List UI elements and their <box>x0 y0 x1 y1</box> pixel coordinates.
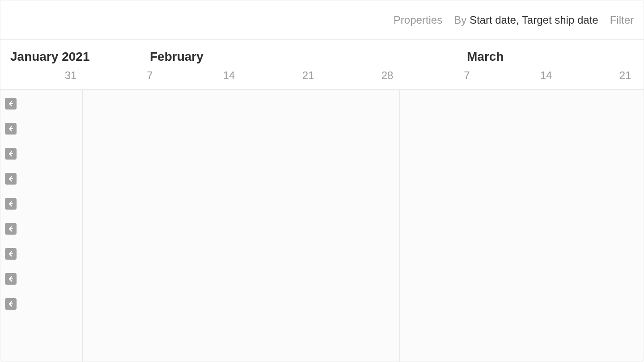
timeline-header: January 2021FebruaryMarch 31714212871421 <box>0 40 644 90</box>
day-label: 31 <box>65 69 77 82</box>
month-label: February <box>150 50 203 64</box>
by-date-button[interactable]: By Start date, Target ship date <box>454 14 598 26</box>
arrow-left-icon <box>8 201 14 207</box>
timeline-body[interactable] <box>0 90 644 362</box>
filter-button[interactable]: Filter <box>610 14 634 26</box>
arrow-left-icon <box>8 276 14 282</box>
day-label: 28 <box>381 69 394 82</box>
by-value: Start date, Target ship date <box>470 14 598 26</box>
month-label: January 2021 <box>10 50 89 64</box>
toolbar: Properties By Start date, Target ship da… <box>0 0 644 40</box>
properties-label: Properties <box>394 14 442 26</box>
arrow-left-icon <box>8 101 14 107</box>
arrow-left-icon <box>8 251 14 257</box>
arrow-left-icon <box>8 176 14 182</box>
month-label: March <box>467 50 504 64</box>
arrow-left-icon <box>8 226 14 232</box>
day-label: 21 <box>302 69 314 82</box>
properties-button[interactable]: Properties <box>394 14 442 26</box>
scroll-left-button[interactable] <box>5 123 17 135</box>
arrow-left-icon <box>8 126 14 132</box>
scroll-left-button[interactable] <box>5 298 17 310</box>
by-prefix: By <box>454 14 470 26</box>
scroll-left-button[interactable] <box>5 148 17 160</box>
scroll-left-button[interactable] <box>5 248 17 260</box>
filter-label: Filter <box>610 14 634 26</box>
arrow-left-icon <box>8 301 14 307</box>
day-label: 14 <box>540 69 552 82</box>
gridline <box>82 90 83 362</box>
day-label: 21 <box>619 69 631 82</box>
scroll-left-button[interactable] <box>5 223 17 235</box>
day-label: 14 <box>223 69 235 82</box>
arrow-left-icon <box>8 151 14 157</box>
day-label: 7 <box>464 69 470 82</box>
scroll-left-button[interactable] <box>5 98 17 109</box>
gridline <box>399 90 400 362</box>
scroll-left-button[interactable] <box>5 198 17 210</box>
scroll-left-button[interactable] <box>5 273 17 285</box>
scroll-left-button[interactable] <box>5 173 17 185</box>
day-label: 7 <box>147 69 153 82</box>
